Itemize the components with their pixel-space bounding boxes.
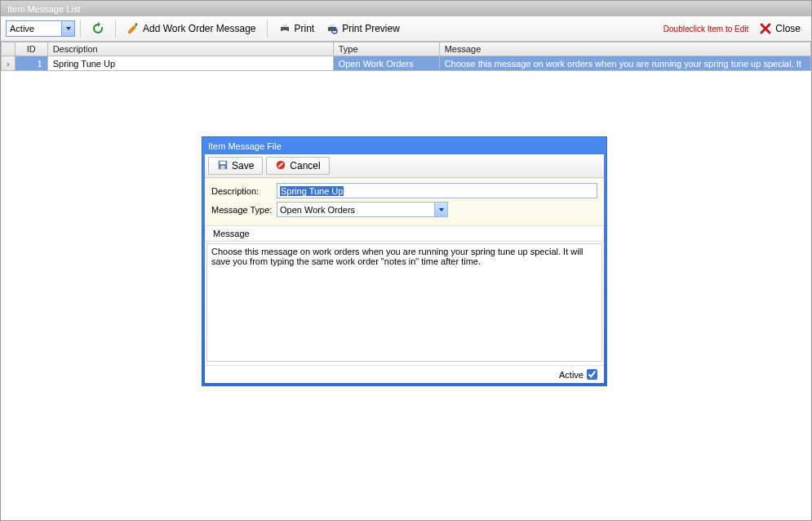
- cancel-icon: [275, 159, 286, 173]
- save-icon: [217, 159, 229, 173]
- cancel-label: Cancel: [290, 160, 320, 171]
- row-indicator-header: [2, 42, 16, 56]
- description-input[interactable]: Spring Tune Up: [277, 183, 597, 198]
- message-grid[interactable]: ID Description Type Message › 1 Spring T…: [1, 42, 811, 71]
- add-message-label: Add Work Order Message: [143, 23, 256, 34]
- svg-rect-7: [220, 161, 226, 164]
- svg-rect-1: [282, 24, 287, 27]
- item-message-dialog: Item Message File Save Cancel: [202, 136, 607, 386]
- cell-id: 1: [15, 56, 47, 71]
- separator: [267, 20, 268, 38]
- save-label: Save: [232, 160, 254, 171]
- cell-description: Spring Tune Up: [47, 56, 333, 71]
- chevron-down-icon[interactable]: [434, 203, 447, 216]
- grid-header-row: ID Description Type Message: [2, 42, 811, 56]
- description-value: Spring Tune Up: [280, 186, 344, 196]
- message-type-label: Message Type:: [211, 205, 277, 215]
- add-message-button[interactable]: Add Work Order Message: [121, 20, 262, 38]
- cancel-button[interactable]: Cancel: [266, 157, 329, 175]
- grid-row[interactable]: › 1 Spring Tune Up Open Work Orders Choo…: [2, 56, 811, 71]
- col-type[interactable]: Type: [333, 42, 439, 56]
- print-preview-label: Print Preview: [342, 23, 400, 34]
- print-label: Print: [295, 23, 315, 34]
- cell-type: Open Work Orders: [333, 56, 439, 71]
- print-button[interactable]: Print: [273, 20, 321, 38]
- save-button[interactable]: Save: [208, 157, 263, 175]
- dialog-toolbar: Save Cancel: [205, 154, 604, 178]
- active-checkbox-label: Active: [559, 370, 583, 380]
- filter-active-value: Active: [10, 24, 34, 33]
- refresh-button[interactable]: [86, 20, 110, 38]
- print-preview-icon: [326, 22, 339, 35]
- filter-active-select[interactable]: Active: [6, 20, 75, 37]
- message-type-select[interactable]: Open Work Orders: [277, 202, 448, 217]
- edit-hint-text: Doubleclick Item to Edit: [663, 24, 749, 33]
- main-toolbar: Active Add Work Order Message Print Prin…: [1, 16, 811, 42]
- print-preview-button[interactable]: Print Preview: [320, 20, 406, 38]
- close-button[interactable]: Close: [753, 20, 806, 38]
- add-pencil-icon: [126, 22, 140, 35]
- form-area: Description: Spring Tune Up Message Type…: [205, 178, 604, 225]
- close-label: Close: [775, 23, 801, 34]
- message-type-value: Open Work Orders: [280, 205, 355, 215]
- message-textarea[interactable]: [206, 243, 602, 362]
- cell-message: Choose this message on work orders when …: [439, 56, 810, 71]
- dialog-title: Item Message File: [205, 140, 604, 154]
- dialog-footer: Active: [205, 365, 604, 383]
- row-indicator-icon: ›: [2, 56, 16, 71]
- printer-icon: [278, 22, 291, 35]
- window-title: Item Message List: [7, 4, 80, 14]
- chevron-down-icon[interactable]: [61, 21, 74, 36]
- col-description[interactable]: Description: [47, 42, 333, 56]
- col-message[interactable]: Message: [439, 42, 810, 56]
- svg-rect-2: [282, 30, 287, 33]
- svg-rect-4: [330, 24, 335, 27]
- description-label: Description:: [211, 186, 277, 196]
- window-titlebar: Item Message List: [1, 1, 811, 16]
- close-icon: [759, 22, 772, 35]
- separator: [80, 20, 81, 38]
- col-id[interactable]: ID: [15, 42, 47, 56]
- message-section-label: Message: [205, 225, 604, 242]
- svg-rect-8: [220, 165, 224, 168]
- refresh-icon: [91, 22, 104, 35]
- active-checkbox[interactable]: [587, 369, 597, 380]
- separator: [115, 20, 116, 38]
